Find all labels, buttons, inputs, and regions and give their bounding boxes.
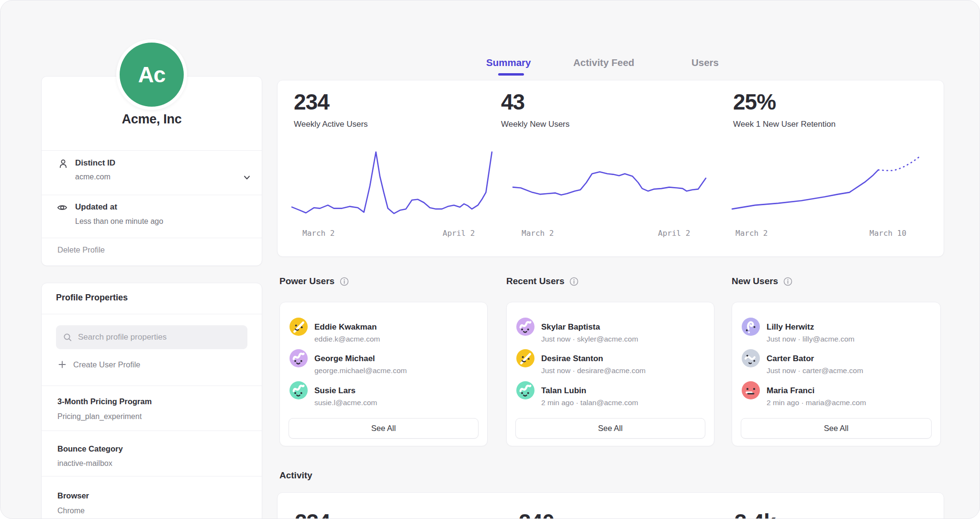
field-label: Updated at (75, 202, 117, 212)
divider (42, 386, 262, 386)
user-avatar (516, 381, 535, 399)
company-name: Acme, Inc (42, 112, 262, 127)
see-all-button[interactable]: See All (289, 418, 479, 439)
profile-properties-title: Profile Properties (56, 293, 128, 303)
property-value: Chrome (57, 507, 85, 515)
new-users-header: New Users (732, 276, 793, 287)
weekly-new-users-chart (513, 151, 706, 215)
property-name: Bounce Category (57, 444, 123, 453)
eye-icon (56, 202, 68, 213)
user-detail: susie.l@acme.com (314, 398, 377, 407)
user-name: Maria Franci (767, 386, 814, 396)
stat-weekly-active-users-value: 234 (294, 91, 329, 113)
divider (42, 150, 262, 151)
user-avatar (516, 318, 535, 336)
info-icon[interactable] (783, 276, 793, 287)
user-avatar (290, 318, 308, 336)
divider (42, 314, 262, 314)
search-input[interactable] (77, 332, 241, 342)
recent-users-card: Skylar Baptista Just now · skyler@acme.c… (506, 302, 714, 446)
tab-active-underline (498, 73, 524, 76)
user-avatar (742, 349, 760, 367)
divider (42, 476, 262, 476)
tab-users[interactable]: Users (691, 57, 719, 68)
user-detail: Just now · skyler@acme.com (541, 335, 638, 343)
user-avatar (742, 381, 760, 399)
x-axis-label: March 2 (302, 229, 334, 238)
company-avatar-initials: Ac (120, 43, 184, 107)
new-users-card: Lilly Herwitz Just now · lilly@acme.com … (732, 302, 941, 446)
recent-users-title: Recent Users (506, 276, 564, 287)
stat-retention-value: 25% (733, 91, 776, 113)
avatar-face-icon (742, 381, 760, 399)
power-users-title: Power Users (279, 276, 334, 287)
chevron-down-icon[interactable] (242, 172, 252, 183)
user-detail: Just now · desirare@acme.com (541, 366, 646, 375)
user-name: Talan Lubin (541, 386, 586, 396)
user-name: George Michael (314, 354, 375, 364)
person-icon (57, 158, 69, 169)
x-axis-label: March 10 (869, 229, 906, 238)
create-user-profile-button[interactable]: Create User Profile (57, 360, 140, 369)
search-box (56, 325, 247, 349)
divider (42, 431, 262, 431)
avatar-face-icon (742, 318, 760, 336)
avatar-face-icon (742, 349, 760, 367)
profile-properties-card: Profile Properties Create User Profile 3… (41, 283, 262, 519)
weekly-active-users-chart (292, 151, 492, 215)
avatar-face-icon (516, 349, 535, 367)
retention-chart (732, 151, 924, 215)
activity-stat-value: 3.4k (735, 511, 776, 519)
user-name: Eddie Kwakman (314, 322, 377, 332)
tab-summary[interactable]: Summary (486, 57, 531, 68)
recent-users-header: Recent Users (506, 276, 579, 287)
x-axis-label: April 2 (443, 229, 475, 238)
plus-icon (57, 360, 67, 369)
avatar-face-icon (290, 318, 308, 336)
x-axis-label: March 2 (522, 229, 554, 238)
search-icon (63, 332, 72, 342)
user-avatar (516, 349, 535, 367)
property-name: Browser (57, 491, 89, 500)
field-value: Less than one minute ago (75, 217, 163, 226)
property-name: 3-Month Pricing Program (57, 397, 152, 406)
see-all-button[interactable]: See All (741, 418, 932, 439)
user-avatar (742, 318, 760, 336)
activity-stat-value: 234 (295, 511, 330, 519)
activity-card: 234 240 3.4k (277, 492, 944, 519)
user-name: Skylar Baptista (541, 322, 600, 332)
field-label: Distinct ID (75, 158, 115, 168)
property-value: Pricing_plan_experiment (57, 412, 142, 421)
activity-section-title: Activity (279, 470, 312, 481)
user-detail: george.michael@acme.com (314, 366, 407, 375)
stat-retention-label: Week 1 New User Retention (733, 120, 835, 129)
user-name: Carter Bator (767, 354, 814, 364)
avatar-face-icon (516, 381, 535, 399)
create-user-profile-label: Create User Profile (73, 360, 140, 369)
user-detail: 2 min ago · maria@acme.com (767, 398, 866, 407)
user-name: Susie Lars (314, 386, 356, 396)
company-avatar: Ac (116, 39, 187, 110)
user-avatar (290, 381, 308, 399)
stat-weekly-new-users-value: 43 (501, 91, 524, 113)
tab-activity-feed[interactable]: Activity Feed (573, 57, 635, 68)
power-users-header: Power Users (279, 276, 349, 287)
new-users-title: New Users (732, 276, 778, 287)
power-users-card: Eddie Kwakman eddie.k@acme.com George Mi… (279, 302, 488, 446)
info-icon[interactable] (569, 276, 579, 287)
divider (42, 238, 262, 238)
app-frame: Acme, Inc Distinct ID acme.com Updated a… (0, 0, 980, 519)
user-name: Desirae Stanton (541, 354, 603, 364)
info-icon[interactable] (339, 276, 349, 287)
stat-weekly-new-users-label: Weekly New Users (501, 120, 569, 129)
divider (42, 195, 262, 195)
user-detail: 2 min ago · talan@acme.com (541, 398, 638, 407)
see-all-button[interactable]: See All (515, 418, 705, 439)
stat-weekly-active-users-label: Weekly Active Users (294, 120, 368, 129)
avatar-face-icon (516, 318, 535, 336)
user-detail: Just now · carter@acme.com (767, 366, 863, 375)
activity-stat-value: 240 (519, 511, 554, 519)
avatar-face-icon (290, 349, 308, 367)
x-axis-label: March 2 (735, 229, 768, 238)
delete-profile-button[interactable]: Delete Profile (57, 245, 105, 254)
